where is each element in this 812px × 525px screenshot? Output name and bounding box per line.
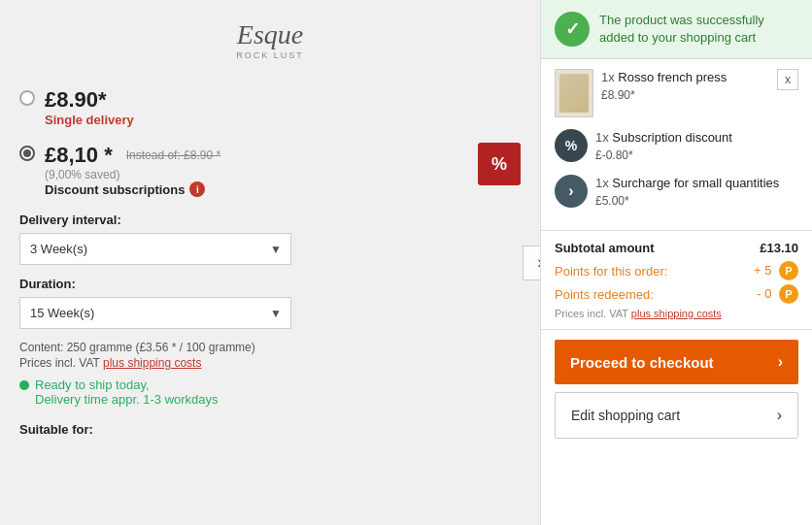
subtotal-label: Subtotal amount	[555, 241, 655, 255]
surcharge-qty-name: 1x Surcharge for small quantities	[595, 175, 798, 192]
checkout-chevron: ›	[778, 353, 783, 371]
cart-items: 1x Rosso french press £8.90* x % 1x Subs…	[541, 59, 812, 231]
product-qty: 1x	[601, 70, 615, 84]
delivery-interval-label: Delivery interval:	[19, 213, 521, 227]
green-dot	[19, 380, 29, 390]
discount-icon-symbol: %	[565, 138, 577, 153]
checkout-button[interactable]: Proceed to checkout ›	[555, 340, 798, 384]
discount-price: £-0.80*	[595, 148, 798, 164]
product-price: £8.90*	[601, 87, 769, 104]
ready-ship: Ready to ship today,	[19, 377, 521, 392]
cart-item-surcharge: › 1x Surcharge for small quantities £5.0…	[555, 175, 798, 209]
duration-select[interactable]: 15 Week(s)	[19, 297, 291, 329]
logo-text: Esque	[19, 19, 521, 50]
vat-note-left: Prices incl. VAT plus shipping costs	[19, 356, 521, 370]
vat-note-right: Prices incl. VAT plus shipping costs	[555, 308, 798, 319]
price-details-single: £8.90* Single delivery	[45, 87, 521, 127]
success-banner: ✓ The product was successfully added to …	[541, 0, 812, 59]
edit-cart-button[interactable]: Edit shopping cart ›	[555, 392, 798, 439]
price-row-discount: £8,10 * Instead of: £8.90 *	[45, 143, 478, 168]
points-order-badge: P	[779, 261, 798, 280]
shipping-link-right[interactable]: plus shipping costs	[631, 308, 722, 319]
cart-buttons: Proceed to checkout › Edit shopping cart…	[541, 330, 812, 448]
price-option-discount[interactable]: £8,10 * Instead of: £8.90 * (9,00% saved…	[19, 143, 521, 197]
product-image	[555, 69, 593, 117]
suitable-label: Suitable for:	[19, 422, 521, 437]
cart-totals: Subtotal amount £13.10 Points for this o…	[541, 231, 812, 330]
radio-single[interactable]	[19, 90, 35, 106]
radio-discount[interactable]	[19, 146, 35, 161]
duration-label: Duration:	[19, 277, 521, 291]
surcharge-name: Surcharge for small quantities	[612, 176, 779, 190]
cart-item-discount: % 1x Subscription discount £-0.80*	[555, 129, 798, 163]
shipping-link-left[interactable]: plus shipping costs	[103, 356, 201, 370]
logo-subtext: ROCK LUST	[19, 50, 521, 60]
surcharge-info: 1x Surcharge for small quantities £5.00*	[595, 175, 798, 209]
duration-wrapper[interactable]: 15 Week(s) ▼	[19, 297, 291, 329]
duration-section: Duration: 15 Week(s) ▼	[19, 277, 521, 329]
price-single: £8.90*	[45, 87, 521, 113]
label-single: Single delivery	[45, 113, 521, 127]
points-order-row: Points for this order: + 5 P	[555, 261, 798, 280]
price-original: Instead of: £8.90 *	[126, 148, 220, 162]
points-redeemed-label: Points redeemed:	[555, 287, 654, 302]
subtotal-row: Subtotal amount £13.10	[555, 241, 798, 255]
check-icon-box: ✓	[555, 12, 590, 47]
cart-item-product: 1x Rosso french press £8.90* x	[555, 69, 798, 117]
discount-info: 1x Subscription discount £-0.80*	[595, 129, 798, 163]
price-details-discount: £8,10 * Instead of: £8.90 * (9,00% saved…	[45, 143, 478, 197]
points-order-value: + 5 P	[754, 261, 798, 280]
delivery-interval-wrapper[interactable]: 3 Week(s) ▼	[19, 233, 291, 265]
edit-cart-chevron: ›	[777, 407, 782, 424]
surcharge-icon: ›	[555, 175, 588, 208]
surcharge-qty: 1x	[595, 176, 609, 190]
points-redeemed-value: - 0 P	[757, 284, 798, 304]
price-saved: (9,00% saved)	[45, 168, 478, 181]
discount-badge: %	[478, 143, 521, 185]
surcharge-icon-symbol: ›	[568, 182, 573, 200]
discount-qty: 1x	[595, 130, 609, 145]
points-redeemed-badge: P	[779, 284, 798, 304]
product-name: Rosso french press	[618, 70, 727, 84]
price-option-single[interactable]: £8.90* Single delivery	[19, 87, 521, 127]
delivery-time: Delivery time appr. 1-3 workdays	[35, 392, 521, 407]
logo-area: Esque ROCK LUST	[19, 19, 521, 68]
check-icon: ✓	[565, 18, 580, 40]
info-icon[interactable]: i	[189, 181, 205, 197]
delivery-interval-section: Delivery interval: 3 Week(s) ▼	[19, 213, 521, 265]
delivery-interval-select[interactable]: 3 Week(s)	[19, 233, 291, 265]
product-info: 1x Rosso french press £8.90*	[601, 69, 769, 103]
remove-item-button[interactable]: x	[777, 69, 798, 90]
price-discount: £8,10 *	[45, 143, 113, 168]
success-text: The product was successfully added to yo…	[599, 12, 798, 47]
surcharge-price: £5.00*	[595, 193, 798, 210]
subscription-label: Discount subscriptions i	[45, 181, 478, 197]
discount-qty-name: 1x Subscription discount	[595, 129, 798, 147]
discount-icon: %	[555, 129, 588, 162]
subtotal-value: £13.10	[760, 241, 798, 255]
product-qty-name: 1x Rosso french press	[601, 69, 769, 86]
product-image-inner	[559, 74, 589, 113]
content-info: Content: 250 gramme (£3.56 * / 100 gramm…	[19, 341, 521, 354]
discount-name: Subscription discount	[612, 130, 732, 145]
points-redeemed-row: Points redeemed: - 0 P	[555, 284, 798, 304]
points-order-label: Points for this order:	[555, 264, 667, 279]
nav-arrow-right[interactable]: ›	[523, 246, 540, 280]
right-panel: ✓ The product was successfully added to …	[540, 0, 812, 525]
left-panel: Esque ROCK LUST £8.90* Single delivery £…	[0, 0, 540, 525]
